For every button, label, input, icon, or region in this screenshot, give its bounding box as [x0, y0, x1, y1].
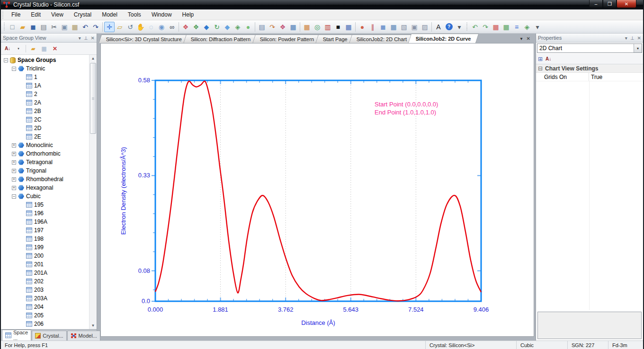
close-button[interactable]: ✕	[617, 0, 636, 8]
tree-item-201[interactable]: 201	[1, 260, 89, 269]
alphabetical-sort-icon[interactable]: A↓	[546, 56, 551, 61]
undo-icon[interactable]: ↶	[80, 22, 90, 32]
table-style-icon[interactable]: ▦	[388, 22, 399, 32]
tree-item-2[interactable]: 2	[1, 90, 89, 98]
tree-item-1[interactable]: 1	[1, 73, 89, 81]
toolbar-grip[interactable]	[3, 23, 6, 31]
pan-hand-icon[interactable]: ✋	[135, 22, 146, 32]
orientation-redo-icon[interactable]: ↷	[480, 22, 491, 32]
redo-icon[interactable]: ↷	[90, 22, 101, 32]
tree-item-cubic[interactable]: −Cubic	[1, 192, 89, 201]
copy-icon[interactable]: ▣	[59, 22, 70, 32]
expand-expander-icon[interactable]: +	[12, 186, 16, 190]
menu-item-tools[interactable]: Tools	[123, 9, 146, 20]
menu-item-crystal[interactable]: Crystal	[69, 9, 97, 20]
scroll-down-icon[interactable]: ▼	[89, 322, 97, 329]
panel-menu-icon[interactable]: ▾	[79, 35, 81, 41]
axes-tool-icon[interactable]: ✛	[104, 22, 115, 32]
menu-item-window[interactable]: Window	[146, 9, 177, 20]
tab-silicon-powder-pattern[interactable]: Silicon: Powder Pattern	[252, 35, 322, 43]
tree-item-195[interactable]: 195	[1, 201, 89, 209]
tree-item-monoclinic[interactable]: +Monoclinic	[1, 141, 89, 149]
panel-menu-icon[interactable]: ▾	[625, 35, 627, 41]
property-group-header[interactable]: ⊟ Chart View Settings	[536, 64, 643, 73]
tree-item-1a[interactable]: 1A	[1, 81, 89, 90]
expand-expander-icon[interactable]: +	[12, 152, 16, 156]
tree-item-203a[interactable]: 203A	[1, 294, 89, 303]
data-sheet-icon[interactable]: ▦	[288, 22, 298, 32]
expand-expander-icon[interactable]: +	[12, 169, 16, 173]
orbit-selection-icon[interactable]: ◉	[156, 22, 167, 32]
green-grid-icon[interactable]: ▦	[501, 22, 511, 32]
tree-item-200[interactable]: 200	[1, 252, 89, 260]
ellipsoid-view-icon[interactable]: ●	[243, 22, 253, 32]
tree-item-197[interactable]: 197	[1, 226, 89, 235]
tree-item-space-groups[interactable]: −Space Groups	[1, 56, 89, 64]
property-row-grids-on[interactable]: Grids OnTrue	[536, 73, 643, 81]
tree-item-196[interactable]: 196	[1, 209, 89, 218]
tree-scrollbar[interactable]: ▲ ▼	[89, 55, 97, 329]
open-folder-icon[interactable]: ▰	[18, 22, 28, 32]
tab-close-icon[interactable]: ✕	[527, 36, 530, 41]
help-icon[interactable]: ?	[444, 22, 454, 32]
select-atoms-icon[interactable]: ◌	[146, 22, 156, 32]
menu-item-file[interactable]: File	[6, 9, 26, 20]
tree-item-204[interactable]: 204	[1, 303, 89, 311]
tab-siliconjob2-2d-curve[interactable]: SiliconJob2: 2D Curve	[408, 34, 479, 43]
table-view-icon[interactable]: ▦	[39, 44, 49, 53]
tree-item-205[interactable]: 205	[1, 311, 89, 320]
tree-item-198[interactable]: 198	[1, 235, 89, 243]
build-bonds-icon[interactable]: ❖	[180, 22, 191, 32]
tree-item-202[interactable]: 202	[1, 277, 89, 286]
reciprocal-lattice-icon[interactable]: ■	[333, 22, 343, 32]
expand-expander-icon[interactable]: +	[12, 177, 16, 182]
menu-item-help[interactable]: Help	[177, 9, 199, 20]
goto-jump-icon[interactable]: ↷	[267, 22, 277, 32]
sort-dropdown-icon[interactable]: ▾	[14, 44, 23, 53]
add-atoms-icon[interactable]: ❖	[191, 22, 201, 32]
print-icon[interactable]: ▤	[38, 22, 49, 32]
new-file-icon[interactable]: □	[7, 22, 18, 32]
menu-grip[interactable]	[2, 11, 4, 18]
panel-tab-crystal[interactable]: Crystal...	[32, 331, 66, 340]
toolbar-overflow-icon[interactable]: ▾	[454, 22, 465, 32]
tree-item-2b[interactable]: 2B	[1, 107, 89, 115]
measure-ruler-icon[interactable]: ▱	[115, 22, 125, 32]
tab-silicon-diffraction-pattern[interactable]: Silicon: Diffraction Pattern	[183, 35, 258, 43]
refresh-model-icon[interactable]: ↻	[212, 22, 222, 32]
menu-item-view[interactable]: View	[46, 9, 69, 20]
open-group-icon[interactable]: ▰	[28, 44, 38, 53]
tree-item-2e[interactable]: 2E	[1, 132, 89, 141]
paste-icon[interactable]: ▦	[70, 22, 80, 32]
tree-item-orthorhombic[interactable]: +Orthorhombic	[1, 149, 89, 158]
toolbar-grip[interactable]	[466, 23, 468, 31]
unit-cell-icon[interactable]: ◆	[201, 22, 212, 32]
diffraction-sphere-icon[interactable]: ◎	[312, 22, 322, 32]
find-icon[interactable]: ∞	[167, 22, 177, 32]
plane-style-icon[interactable]: ◼	[378, 22, 388, 32]
collapse-expander-icon[interactable]: −	[12, 194, 16, 199]
tab-siliconjob2-2d-chart[interactable]: SiliconJob2: 2D Chart	[349, 35, 414, 43]
menu-item-model[interactable]: Model	[97, 9, 123, 20]
tree-item-tetragonal[interactable]: +Tetragonal	[1, 158, 89, 166]
pin-icon[interactable]: ⊥	[84, 35, 88, 41]
polyhedra-view-icon[interactable]: ◆	[222, 22, 233, 32]
pin-icon[interactable]: ⊥	[630, 35, 635, 41]
menu-item-edit[interactable]: Edit	[26, 9, 46, 20]
restore-button[interactable]: ❐	[603, 0, 617, 8]
tree-item-2c[interactable]: 2C	[1, 115, 89, 124]
collapse-expander-icon[interactable]: −	[12, 67, 16, 71]
chevron-down-icon[interactable]: ▾	[634, 44, 642, 52]
categorized-view-icon[interactable]: ⊞	[538, 56, 543, 62]
cell-frame-icon[interactable]: ▦	[343, 22, 354, 32]
orientation-undo-icon[interactable]: ↶	[470, 22, 480, 32]
panel-close-icon[interactable]: ✕	[91, 35, 95, 41]
twin-crystals-icon[interactable]: ◈	[522, 22, 532, 32]
tree-item-199[interactable]: 199	[1, 243, 89, 252]
object-selector[interactable]: 2D Chart ▾	[537, 44, 642, 53]
tree-item-2a[interactable]: 2A	[1, 98, 89, 107]
save-icon[interactable]: ◼	[28, 22, 38, 32]
lattice-view-icon[interactable]: ▦	[302, 22, 312, 32]
atom-style-icon[interactable]: ●	[357, 22, 367, 32]
text-annotation-icon[interactable]: A	[433, 22, 444, 32]
